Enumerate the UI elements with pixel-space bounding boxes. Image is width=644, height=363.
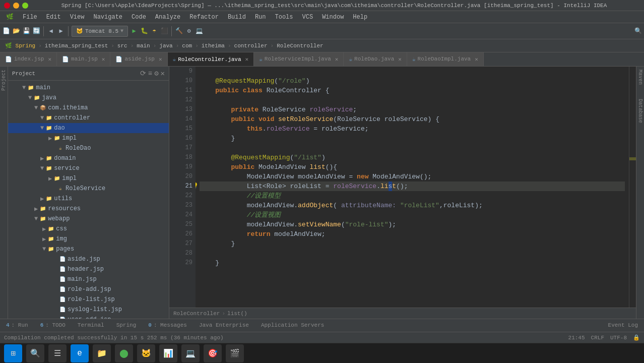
tree-item-resources[interactable]: ▶ 📁 resources (8, 204, 169, 214)
menu-file[interactable]: File (19, 13, 41, 22)
menu-spring[interactable]: 🌿 (2, 12, 18, 22)
tree-item-dao[interactable]: ▼ 📁 dao (8, 123, 169, 133)
tab-aside-jsp[interactable]: 📄 aside.jsp ✕ (110, 52, 167, 66)
close-tab-roledao[interactable]: ✕ (398, 56, 402, 63)
tree-item-roleservice[interactable]: ☕ RoleService (8, 184, 169, 194)
project-panel-label[interactable]: Project (1, 70, 7, 91)
tab-rolecontroller-java[interactable]: ☕ RoleController.java ✕ (168, 52, 254, 66)
tab-run[interactable]: 4 : Run (0, 319, 34, 332)
menu-refactor[interactable]: Refactor (185, 13, 223, 22)
breadcrumb-com[interactable]: com (179, 42, 195, 50)
tree-item-pages[interactable]: ▼ 📁 pages (8, 244, 169, 254)
close-tab-roledaoimpl[interactable]: ✕ (475, 56, 478, 63)
tree-item-webapp[interactable]: ▼ 📁 webapp (8, 214, 169, 224)
open-icon[interactable]: 📂 (12, 27, 20, 35)
stop-button[interactable]: ⬛ (160, 27, 168, 35)
sidebar-sync-btn[interactable]: ⟳ (140, 69, 146, 78)
tab-index-jsp[interactable]: 📄 index.jsp ✕ (0, 52, 57, 66)
tree-item-role-add-jsp[interactable]: 📄 role-add.jsp (8, 284, 169, 294)
tab-roledaoimpl-java[interactable]: ☕ RoleDaoImpl.java ✕ (407, 52, 484, 66)
code-lines[interactable]: @RequestMapping("/role") public class Ro… (196, 67, 629, 308)
breadcrumb-list-method[interactable]: list() (227, 311, 247, 317)
breadcrumb-project[interactable]: itheima_spring_test (42, 42, 111, 50)
menu-help[interactable]: Help (349, 13, 371, 22)
taskbar-app6-btn[interactable]: 🎯 (204, 344, 222, 362)
sidebar-collapse-btn[interactable]: ≡ (148, 70, 152, 78)
menu-view[interactable]: View (66, 13, 89, 22)
sidebar-settings-btn[interactable]: ⚙ (154, 69, 158, 78)
tree-item-domain[interactable]: ▶ 📁 domain (8, 153, 169, 163)
tree-item-css[interactable]: ▶ 📁 css (8, 224, 169, 234)
taskbar-start-btn[interactable]: ⊞ (4, 344, 22, 362)
tab-spring[interactable]: Spring (110, 319, 143, 332)
close-tab-rolecontroller[interactable]: ✕ (245, 56, 249, 63)
status-encoding[interactable]: UTF-8 (610, 335, 627, 341)
tree-item-role-list-jsp[interactable]: 📄 role-list.jsp (8, 294, 169, 305)
breadcrumb-src[interactable]: src (114, 42, 131, 50)
close-tab-main[interactable]: ✕ (102, 56, 105, 63)
new-file-icon[interactable]: 📄 (2, 27, 10, 35)
run-configuration[interactable]: 🐱 Tomcat 8.5 ▼ (72, 26, 128, 37)
taskbar-taskview-btn[interactable]: ☰ (48, 344, 67, 362)
taskbar-app7-btn[interactable]: 🎬 (226, 344, 244, 362)
tree-item-java[interactable]: ▼ 📁 java (8, 93, 169, 103)
tree-item-main-jsp[interactable]: 📄 main.jsp (8, 274, 169, 284)
taskbar-search-btn[interactable]: 🔍 (26, 344, 44, 362)
database-panel-label[interactable]: Database (637, 99, 643, 123)
maven-panel-label[interactable]: Maven (637, 70, 643, 85)
taskbar-app5-btn[interactable]: 💻 (181, 344, 200, 362)
code-editor[interactable]: 9 10 11 12 13 14 15 16 17 18 19 20 21 22… (169, 67, 636, 308)
breadcrumb-controller[interactable]: controller (231, 42, 271, 50)
debug-button[interactable]: 🐛 (140, 27, 148, 35)
taskbar-chrome-btn[interactable]: ⬤ (115, 344, 133, 362)
build-icon[interactable]: 🔨 (175, 27, 183, 35)
menu-vcs[interactable]: VCS (298, 13, 317, 22)
tree-item-img[interactable]: ▶ 📁 img (8, 234, 169, 244)
tab-application-servers[interactable]: Application Servers (255, 319, 330, 332)
tab-messages[interactable]: 0 : Messages (142, 319, 193, 332)
close-tab-aside[interactable]: ✕ (159, 56, 162, 63)
menu-code[interactable]: Code (127, 13, 150, 22)
tree-item-main[interactable]: ▼ 📁 main (8, 83, 169, 93)
status-line-sep[interactable]: CRLF (591, 335, 604, 341)
menu-build[interactable]: Build (224, 13, 250, 22)
tree-item-service[interactable]: ▼ 📁 service (8, 163, 169, 173)
sidebar-close-btn[interactable]: ✕ (161, 69, 165, 78)
minimize-button[interactable] (13, 3, 19, 9)
breadcrumb-rolecontroller-class[interactable]: RoleController (173, 311, 220, 317)
tree-item-controller[interactable]: ▼ 📁 controller (8, 113, 169, 123)
settings-icon[interactable]: ⚙ (185, 27, 193, 35)
tree-item-roledao[interactable]: ☕ RoleDao (8, 143, 169, 153)
breadcrumb-itheima[interactable]: itheima (199, 42, 228, 50)
menu-edit[interactable]: Edit (42, 13, 65, 22)
sync-icon[interactable]: 🔄 (32, 27, 40, 35)
menu-tools[interactable]: Tools (271, 13, 297, 22)
close-button[interactable] (4, 3, 10, 9)
tree-item-service-impl[interactable]: ▶ 📁 impl (8, 173, 169, 184)
forward-icon[interactable]: ▶ (57, 27, 65, 35)
breadcrumb-main[interactable]: main (134, 42, 153, 50)
tab-todo[interactable]: 6 : TODO (34, 319, 72, 332)
tree-item-utils[interactable]: ▶ 📁 utils (8, 194, 169, 204)
tab-java-enterprise[interactable]: Java Enterprise (193, 319, 255, 332)
close-tab-roleserviceimpl[interactable]: ✕ (335, 56, 339, 63)
search-everywhere-icon[interactable]: 🔍 (634, 27, 642, 35)
maximize-button[interactable] (22, 3, 28, 9)
menu-run[interactable]: Run (251, 13, 270, 22)
tree-item-dao-impl[interactable]: ▶ 📁 impl (8, 133, 169, 143)
close-tab-index[interactable]: ✕ (48, 56, 51, 63)
tab-roledao-java[interactable]: ☕ RoleDao.java ✕ (344, 52, 407, 66)
coverage-button[interactable]: ☂ (150, 27, 158, 35)
tree-item-com-itheima[interactable]: ▼ 📦 com.itheima (8, 103, 169, 113)
tree-item-header-jsp[interactable]: 📄 header.jsp (8, 264, 169, 274)
tab-event-log[interactable]: Event Log (602, 319, 644, 332)
save-icon[interactable]: 💾 (22, 27, 30, 35)
tree-item-aside-jsp[interactable]: 📄 aside.jsp (8, 254, 169, 264)
tree-item-user-add-jsp[interactable]: 📄 user-add.jsp (8, 315, 169, 319)
breadcrumb-spring[interactable]: 🌿 Spring (2, 41, 38, 50)
back-icon[interactable]: ◀ (47, 27, 55, 35)
taskbar-edge-btn[interactable]: e (71, 344, 89, 362)
menu-window[interactable]: Window (318, 13, 348, 22)
breadcrumb-java[interactable]: java (156, 42, 175, 50)
breadcrumb-rolecontroller[interactable]: RoleController (274, 42, 326, 50)
